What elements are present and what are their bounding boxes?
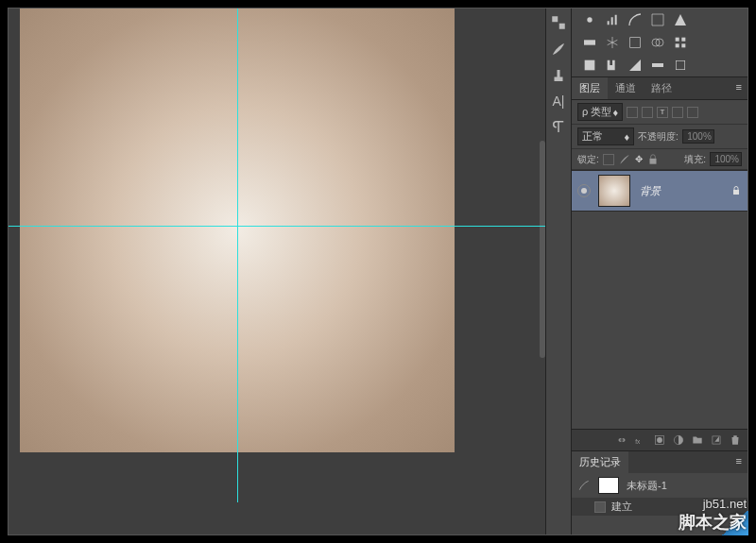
svg-rect-13	[733, 190, 739, 195]
paragraph-icon[interactable]	[550, 118, 567, 135]
history-doc-name: 未标题-1	[627, 479, 667, 493]
guide-vertical[interactable]	[237, 8, 238, 502]
brush-history-icon	[577, 479, 591, 492]
text-tool-icon[interactable]: A|	[553, 93, 565, 109]
group-icon[interactable]	[691, 433, 704, 447]
threshold-icon[interactable]	[627, 58, 644, 73]
lock-move-icon[interactable]: ✥	[635, 154, 643, 164]
invert-icon[interactable]	[581, 58, 598, 73]
right-panels: 图层 通道 路径 ≡ ρ 类型♦ T 正常♦ 不透明度: 100% 锁定: ✥ …	[572, 8, 747, 535]
gradient-map-icon[interactable]	[649, 58, 666, 73]
svg-point-16	[657, 437, 662, 443]
svg-rect-7	[676, 43, 679, 47]
page-curl-decoration	[720, 511, 748, 535]
brush-icon[interactable]	[550, 41, 567, 58]
history-menu-icon[interactable]: ≡	[730, 451, 747, 473]
vibrance-icon[interactable]	[672, 12, 689, 27]
history-thumbnail	[598, 477, 619, 494]
filter-text-icon[interactable]: T	[657, 107, 668, 118]
adjustments-row-2	[572, 31, 747, 54]
filter-adjust-icon[interactable]	[642, 107, 653, 118]
svg-rect-10	[652, 63, 663, 67]
clone-stamp-icon[interactable]	[550, 67, 567, 84]
filter-pixel-icon[interactable]	[627, 107, 638, 118]
lock-label: 锁定:	[577, 153, 599, 166]
svg-rect-11	[676, 60, 684, 69]
fill-input[interactable]: 100%	[710, 152, 742, 166]
panel-menu-icon[interactable]: ≡	[730, 77, 747, 99]
filter-shape-icon[interactable]	[672, 107, 683, 118]
levels-icon[interactable]	[604, 12, 621, 27]
selective-color-icon[interactable]	[672, 58, 689, 73]
blend-row: 正常♦ 不透明度: 100%	[572, 125, 747, 149]
swap-panels-icon[interactable]	[550, 14, 567, 31]
tab-history[interactable]: 历史记录	[572, 451, 628, 473]
curves-icon[interactable]	[627, 12, 644, 27]
lock-row: 锁定: ✥ 填充: 100%	[572, 149, 747, 170]
new-layer-icon[interactable]	[710, 433, 723, 447]
filter-type-select[interactable]: ρ 类型♦	[577, 103, 623, 121]
link-layers-icon[interactable]	[615, 433, 628, 447]
filter-row: ρ 类型♦ T	[572, 100, 747, 125]
svg-rect-9	[585, 60, 595, 71]
lock-brush-icon[interactable]	[618, 153, 631, 166]
mask-icon[interactable]	[653, 433, 666, 447]
photo-filter-icon[interactable]	[649, 35, 666, 50]
tab-channels[interactable]: 通道	[608, 77, 644, 99]
adjustment-layer-icon[interactable]	[672, 433, 685, 447]
vertical-toolbar: A|	[545, 8, 572, 535]
history-snapshot-row[interactable]: 未标题-1	[572, 473, 747, 498]
adjustments-row-1	[572, 8, 747, 31]
fx-icon[interactable]: fx	[634, 433, 647, 447]
layers-footer: fx	[572, 429, 747, 450]
hue-icon[interactable]	[581, 35, 598, 50]
blend-mode-select[interactable]: 正常♦	[577, 127, 634, 145]
fill-label: 填充:	[684, 153, 706, 166]
channel-mixer-icon[interactable]	[672, 35, 689, 50]
svg-text:fx: fx	[635, 438, 641, 445]
posterize-icon[interactable]	[604, 58, 621, 73]
history-step-icon	[594, 501, 606, 513]
svg-point-0	[587, 17, 592, 22]
layer-thumbnail[interactable]	[598, 175, 630, 207]
svg-rect-1	[584, 40, 595, 44]
lock-icon[interactable]	[730, 185, 742, 196]
layer-row-background[interactable]: 背景	[572, 170, 747, 212]
trash-icon[interactable]	[729, 433, 742, 447]
svg-rect-5	[676, 38, 679, 42]
layer-name-label[interactable]: 背景	[640, 184, 730, 198]
canvas-area[interactable]	[9, 8, 545, 535]
color-balance-icon[interactable]	[604, 35, 621, 50]
panel-tabs: 图层 通道 路径 ≡	[572, 76, 747, 100]
brightness-icon[interactable]	[581, 12, 598, 27]
opacity-label: 不透明度:	[638, 130, 679, 144]
scrollbar-vertical[interactable]	[540, 141, 545, 358]
svg-rect-6	[681, 38, 685, 42]
adjustments-row-3	[572, 54, 747, 76]
guide-horizontal[interactable]	[9, 226, 545, 227]
lock-transparent-icon[interactable]	[603, 154, 614, 165]
tab-paths[interactable]: 路径	[644, 77, 679, 99]
history-step-label: 建立	[611, 500, 632, 514]
opacity-input[interactable]: 100%	[682, 129, 714, 144]
svg-rect-12	[649, 158, 656, 163]
history-tabs: 历史记录 ≡	[572, 450, 747, 473]
filter-smart-icon[interactable]	[687, 107, 698, 118]
bw-icon[interactable]	[627, 35, 644, 50]
layers-list: 背景	[572, 170, 747, 429]
svg-rect-2	[630, 38, 641, 48]
lock-all-icon[interactable]	[646, 153, 660, 166]
tab-layers[interactable]: 图层	[572, 77, 608, 99]
svg-rect-8	[681, 43, 685, 47]
exposure-icon[interactable]	[649, 12, 666, 27]
visibility-toggle[interactable]	[577, 184, 591, 197]
